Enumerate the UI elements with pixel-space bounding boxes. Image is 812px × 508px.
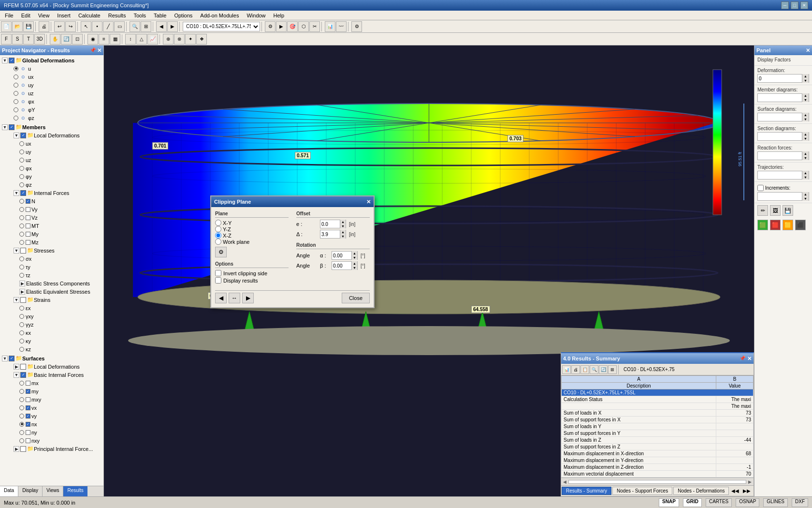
calc-btn[interactable]: ⚙ xyxy=(265,21,276,32)
radio-icon[interactable] xyxy=(19,166,24,171)
tree-item-ux[interactable]: ⊙ ux xyxy=(0,73,103,81)
surface-btn[interactable]: ▭ xyxy=(114,21,125,32)
step-delta-down[interactable]: ▼ xyxy=(340,234,346,239)
tree-item-u[interactable]: ⊙ u xyxy=(0,64,103,73)
node-btn[interactable]: • xyxy=(92,21,102,32)
bc-disp-btn[interactable]: △ xyxy=(136,34,147,45)
step-delta-spinner[interactable]: ▲ ▼ xyxy=(320,230,346,239)
results-copy-btn[interactable]: 📋 xyxy=(580,365,589,374)
radio-icon[interactable] xyxy=(19,273,24,278)
zoom-window-btn[interactable]: ⊡ xyxy=(72,34,83,45)
plane-xz-option[interactable]: X-Z xyxy=(215,232,289,239)
result-display-btn[interactable]: 📊 xyxy=(325,21,335,32)
tree-item-uz-member[interactable]: uz xyxy=(0,156,103,164)
plane-xy-option[interactable]: X-Y xyxy=(215,220,289,226)
menu-window[interactable]: Window xyxy=(243,13,269,18)
tree-surfaces[interactable]: ▼ ✓ 📁 Surfaces xyxy=(0,354,103,362)
angle-alpha-up[interactable]: ▲ xyxy=(351,251,357,255)
next-btn[interactable]: ▶ xyxy=(167,21,178,32)
menu-edit[interactable]: Edit xyxy=(17,13,34,18)
results-export-btn[interactable]: 📊 xyxy=(562,365,571,374)
tree-item-nx[interactable]: ✓ nx xyxy=(0,420,103,428)
angle-beta-spinner[interactable]: ▲ ▼ xyxy=(332,261,358,270)
tree-check[interactable] xyxy=(20,297,26,303)
print-btn[interactable]: 🖨 xyxy=(39,21,49,32)
radio-icon[interactable] xyxy=(14,91,18,96)
traj-up[interactable]: ▲ xyxy=(802,171,809,175)
results-highlight-row[interactable]: CO10 · DL+0.52EX+.75LL+.75SL xyxy=(562,389,754,396)
save-btn[interactable]: 💾 xyxy=(23,21,34,32)
tree-item-phiy[interactable]: ⊙ φY xyxy=(0,105,103,114)
increments-input[interactable] xyxy=(758,194,802,199)
results-summary-tab[interactable]: Results - Summary xyxy=(562,487,611,495)
extra4-btn[interactable]: ❖ xyxy=(196,34,207,45)
panel-color2-btn[interactable]: 🟥 xyxy=(770,220,781,230)
nodes-support-forces-tab[interactable]: Nodes - Support Forces xyxy=(612,487,672,495)
radio-icon[interactable] xyxy=(14,107,18,112)
menu-results[interactable]: Results xyxy=(104,13,130,18)
radio-icon[interactable] xyxy=(19,422,24,427)
radio-icon[interactable] xyxy=(19,347,24,352)
results-pin-btn[interactable]: 📌 xyxy=(740,356,745,362)
snap-btn-osnap[interactable]: OSNAP xyxy=(736,498,759,507)
member-diagrams-input[interactable] xyxy=(758,95,802,101)
radio-icon[interactable] xyxy=(19,438,24,443)
results-nav-prev[interactable]: ◀◀ xyxy=(729,487,741,494)
snap-btn-dxf[interactable]: DXF xyxy=(792,498,808,507)
view-top-btn[interactable]: T xyxy=(23,34,34,45)
radio-icon[interactable] xyxy=(19,141,24,146)
rotate-btn[interactable]: 🔄 xyxy=(61,34,72,45)
offset-e-down[interactable]: ▼ xyxy=(340,224,346,228)
result-disp-btn[interactable]: 📈 xyxy=(147,34,158,45)
tree-item-ux-member[interactable]: ux xyxy=(0,139,103,148)
expand-icon[interactable]: ▼ xyxy=(2,58,8,63)
tree-check[interactable]: ✓ xyxy=(20,372,26,378)
table-row[interactable]: Maximum vectorial displacement 70 xyxy=(562,471,754,478)
new-btn[interactable]: 📄 xyxy=(1,21,12,32)
trajectories-spinner[interactable]: ▲ ▼ xyxy=(757,171,809,179)
tree-item-kz[interactable]: κz xyxy=(0,345,103,353)
radio-icon[interactable] xyxy=(19,330,24,335)
tree-item-Vz[interactable]: Vz xyxy=(0,213,103,222)
prev-btn[interactable]: ◀ xyxy=(156,21,167,32)
nodes-deformations-tab[interactable]: Nodes - Deformations xyxy=(673,487,729,495)
radio-icon[interactable] xyxy=(19,389,24,394)
extra1-btn[interactable]: ⊕ xyxy=(163,34,174,45)
tree-check-small[interactable] xyxy=(26,397,30,402)
render-btn[interactable]: 🎯 xyxy=(287,21,298,32)
run-btn[interactable]: ▶ xyxy=(276,21,287,32)
clipplane-btn[interactable]: ✂ xyxy=(309,21,320,32)
reaction-forces-spinner[interactable]: ▲ ▼ xyxy=(757,151,809,160)
table-row[interactable]: Sum of support forces in Y xyxy=(562,430,754,437)
tree-surfaces-local-deformations[interactable]: ▶ 📁 Local Deformations xyxy=(0,362,103,371)
table-row[interactable]: Sum of support forces in X 73 xyxy=(562,417,754,423)
expand-icon[interactable]: ▼ xyxy=(14,190,19,196)
radio-icon[interactable] xyxy=(19,339,24,344)
tree-basic-internal-forces[interactable]: ▼ ✓ 📁 Basic Internal Forces xyxy=(0,371,103,379)
angle-alpha-down[interactable]: ▼ xyxy=(351,255,357,260)
clipping-close-button[interactable]: Close xyxy=(342,293,370,303)
tree-item-tauz[interactable]: τz xyxy=(0,271,103,279)
menu-help[interactable]: Help xyxy=(270,13,289,18)
proj-nav-pin[interactable]: 📌 xyxy=(90,47,96,54)
expand-icon[interactable]: ▶ xyxy=(19,289,25,295)
table-row[interactable]: Maximum displacement in Z-direction -1 xyxy=(562,464,754,471)
scroll-right-btn[interactable]: ▶ xyxy=(748,479,752,484)
deform-btn[interactable]: 〰 xyxy=(336,21,347,32)
offset-e-up[interactable]: ▲ xyxy=(340,220,346,224)
redo-btn[interactable]: ↪ xyxy=(65,21,76,32)
menu-view[interactable]: View xyxy=(34,13,54,18)
tree-item-Mz[interactable]: Mz xyxy=(0,238,103,246)
open-btn[interactable]: 📂 xyxy=(12,21,23,32)
results-print-btn[interactable]: 🖨 xyxy=(571,365,580,374)
plane-yz-radio[interactable] xyxy=(215,226,221,232)
tree-item-vx[interactable]: ✓ vx xyxy=(0,403,103,412)
select-btn[interactable]: ↖ xyxy=(81,21,91,32)
angle-beta-input[interactable] xyxy=(332,263,351,269)
proj-nav-close[interactable]: ✕ xyxy=(97,47,102,54)
tree-item-mxy[interactable]: mxy xyxy=(0,395,103,403)
tree-item-gammaxy[interactable]: γxy xyxy=(0,312,103,320)
snap-btn-snap[interactable]: SNAP xyxy=(659,498,679,507)
reaction-up[interactable]: ▲ xyxy=(802,151,809,156)
snap-btn-cartes[interactable]: CARTES xyxy=(706,498,732,507)
